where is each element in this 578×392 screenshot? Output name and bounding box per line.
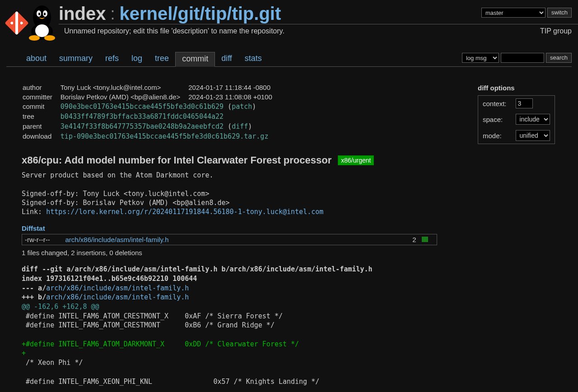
committer-label: committer (23, 93, 60, 101)
download-link[interactable]: tip-090e3bec01763e415bccae445f5bfe3d0c61… (61, 132, 269, 140)
committer-date: 2024-01-23 11:08:08 +0100 (188, 93, 280, 101)
context-input[interactable] (516, 98, 533, 108)
parent-label: parent (23, 122, 60, 131)
commit-tag[interactable]: x86/urgent (338, 155, 374, 165)
diffstat-bar-icon (422, 237, 428, 242)
parent-diff-link[interactable]: diff (232, 122, 248, 131)
tree-label: tree (23, 112, 60, 121)
author-value: Tony Luck <tony.luck@intel.com> (61, 83, 187, 92)
download-label: download (23, 132, 60, 141)
tree-hash-link[interactable]: b0433ff4789f3bffacb33a6871fddc0465044a22 (61, 112, 224, 121)
search-input[interactable] (501, 53, 544, 63)
index-link[interactable]: index (59, 4, 106, 24)
title-separator: : (110, 5, 115, 23)
tux-icon (26, 4, 58, 41)
committer-value: Borislav Petkov (AMD) <bp@alien8.de> (61, 93, 187, 101)
tab-log[interactable]: log (125, 52, 149, 66)
git-icon (5, 11, 29, 35)
parent-hash-link[interactable]: 3e4147f33f8b647775357bae0248b9a2aeebfcd2 (61, 122, 224, 131)
owner-label: TIP group (540, 27, 572, 35)
patch-link[interactable]: patch (232, 103, 252, 111)
tab-tree[interactable]: tree (149, 52, 175, 66)
site-logo[interactable] (8, 4, 59, 41)
branch-select[interactable]: master (481, 8, 545, 18)
author-label: author (23, 83, 60, 92)
diff-file-a-link[interactable]: arch/x86/include/asm/intel-family.h (46, 284, 189, 292)
tab-about[interactable]: about (20, 52, 53, 66)
repo-link[interactable]: kernel/git/tip/tip.git (120, 4, 281, 24)
switch-button[interactable]: switch (547, 8, 572, 18)
mode-label: mode: (478, 127, 511, 144)
svg-point-2 (35, 24, 49, 37)
diffstat-table: -rw-r--r-- arch/x86/include/asm/intel-fa… (22, 234, 437, 245)
tab-stats[interactable]: stats (238, 52, 268, 66)
mode-select[interactable]: unified (516, 130, 550, 141)
svg-point-5 (38, 13, 40, 15)
commit-message: Server product based on the Atom Darkmon… (22, 171, 464, 216)
svg-point-8 (44, 35, 55, 41)
search-type-select[interactable]: log msg (462, 53, 499, 63)
commit-hash-link[interactable]: 090e3bec01763e415bccae445f5bfe3d0c61b629 (61, 103, 224, 111)
commit-title: x86/cpu: Add model number for Intel Clea… (22, 154, 331, 166)
diffstat-summary: 1 files changed, 2 insertions, 0 deletio… (22, 249, 464, 257)
space-select[interactable]: include (516, 114, 550, 125)
diff-options-panel: context: space: include mode: unified (478, 95, 555, 144)
diffstat-heading[interactable]: Diffstat (22, 224, 464, 232)
tab-diff[interactable]: diff (215, 52, 238, 66)
space-label: space: (478, 111, 511, 127)
tab-summary[interactable]: summary (53, 52, 99, 66)
svg-point-7 (29, 35, 40, 41)
author-date: 2024-01-17 11:18:44 -0800 (188, 83, 280, 92)
svg-point-6 (44, 13, 46, 15)
tab-refs[interactable]: refs (99, 52, 125, 66)
tab-commit[interactable]: commit (175, 52, 215, 67)
diff-body: diff --git a/arch/x86/include/asm/intel-… (22, 265, 464, 386)
commit-label: commit (23, 102, 60, 111)
context-label: context: (478, 96, 511, 112)
diffstat-file-link[interactable]: arch/x86/include/asm/intel-family.h (65, 236, 169, 243)
diff-file-b-link[interactable]: arch/x86/include/asm/intel-family.h (46, 293, 189, 301)
diffstat-mode: -rw-r--r-- (22, 234, 63, 245)
commit-meta-table: author Tony Luck <tony.luck@intel.com> 2… (22, 82, 280, 142)
diffstat-count: 2 (410, 234, 419, 245)
diff-options-title: diff options (478, 84, 564, 92)
repo-description: Unnamed repository; edit this file 'desc… (64, 27, 284, 35)
search-button[interactable]: search (546, 53, 572, 63)
lore-link[interactable]: https://lore.kernel.org/r/20240117191844… (46, 208, 323, 216)
